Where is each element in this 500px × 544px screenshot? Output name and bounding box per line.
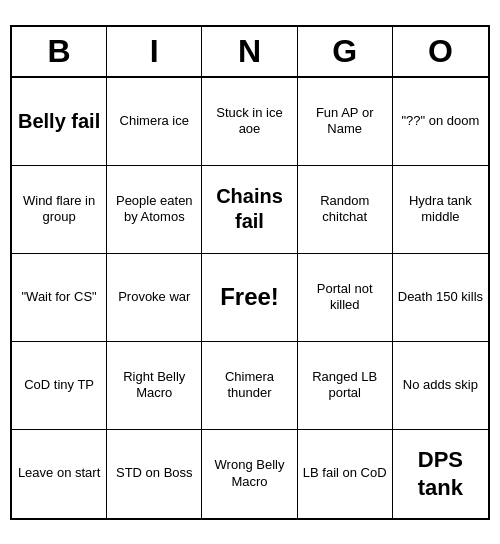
bingo-cell: Free!: [202, 254, 297, 342]
bingo-cell: Portal not killed: [298, 254, 393, 342]
bingo-cell: "Wait for CS": [12, 254, 107, 342]
bingo-cell: Stuck in ice aoe: [202, 78, 297, 166]
bingo-cell: Chains fail: [202, 166, 297, 254]
bingo-cell: DPS tank: [393, 430, 488, 518]
bingo-card: BINGO Belly failChimera iceStuck in ice …: [10, 25, 490, 520]
bingo-cell: LB fail on CoD: [298, 430, 393, 518]
bingo-cell: Hydra tank middle: [393, 166, 488, 254]
bingo-cell: Belly fail: [12, 78, 107, 166]
bingo-cell: Ranged LB portal: [298, 342, 393, 430]
header-letter: I: [107, 27, 202, 76]
bingo-cell: Leave on start: [12, 430, 107, 518]
bingo-grid: Belly failChimera iceStuck in ice aoeFun…: [12, 78, 488, 518]
header-letter: B: [12, 27, 107, 76]
bingo-cell: Death 150 kills: [393, 254, 488, 342]
bingo-cell: CoD tiny TP: [12, 342, 107, 430]
bingo-cell: Fun AP or Name: [298, 78, 393, 166]
bingo-header: BINGO: [12, 27, 488, 78]
header-letter: O: [393, 27, 488, 76]
bingo-cell: No adds skip: [393, 342, 488, 430]
bingo-cell: Wrong Belly Macro: [202, 430, 297, 518]
bingo-cell: Right Belly Macro: [107, 342, 202, 430]
header-letter: N: [202, 27, 297, 76]
bingo-cell: Wind flare in group: [12, 166, 107, 254]
bingo-cell: "??" on doom: [393, 78, 488, 166]
bingo-cell: STD on Boss: [107, 430, 202, 518]
bingo-cell: Chimera ice: [107, 78, 202, 166]
bingo-cell: People eaten by Atomos: [107, 166, 202, 254]
header-letter: G: [298, 27, 393, 76]
bingo-cell: Chimera thunder: [202, 342, 297, 430]
bingo-cell: Provoke war: [107, 254, 202, 342]
bingo-cell: Random chitchat: [298, 166, 393, 254]
